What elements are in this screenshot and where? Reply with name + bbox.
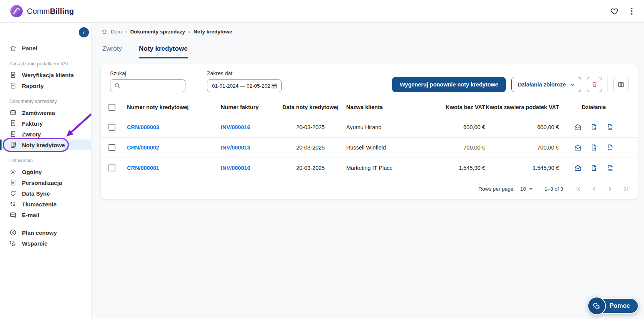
breadcrumb-separator: ›: [125, 29, 127, 35]
help-chat-icon: [587, 297, 606, 315]
client-name: Ayumu Hirano: [346, 124, 431, 130]
tab-zwroty[interactable]: Zwroty: [102, 45, 122, 58]
orders-tray-icon: [9, 109, 17, 116]
svg-text:XML: XML: [607, 168, 612, 171]
column-header-gross: Kwota zawiera podatek VAT: [485, 104, 559, 110]
next-page-button[interactable]: [606, 185, 614, 193]
calendar-icon: [271, 83, 277, 89]
date-range-group: Zakres dat 01-01-2024 — 02-05-202: [207, 70, 282, 92]
breadcrumb-item-dokumenty-sprzedazy[interactable]: Dokumenty sprzedaży: [130, 29, 185, 35]
credit-note-date: 20-03-2025: [275, 145, 346, 151]
help-button[interactable]: Pomoc: [587, 297, 639, 315]
invoice-link[interactable]: INV/000016: [221, 124, 250, 130]
bulk-actions-button[interactable]: Działania zbiorcze: [511, 77, 581, 92]
download-xml-icon[interactable]: XML: [606, 144, 614, 151]
last-page-button[interactable]: [622, 185, 629, 193]
rows-per-page-select[interactable]: 10: [520, 186, 533, 192]
send-email-icon[interactable]: [574, 164, 582, 172]
translate-icon: żA: [9, 200, 17, 208]
sidebar-item-email[interactable]: E-mail: [0, 209, 91, 220]
chat-bubbles-icon: [9, 239, 17, 247]
sidebar-item-label: Tłumaczenie: [22, 201, 57, 208]
column-settings-button[interactable]: [613, 77, 629, 92]
credit-note-date: 20-03-2025: [275, 124, 346, 130]
sidebar-item-zamowienia[interactable]: Zamówienia: [0, 107, 91, 118]
sidebar-item-wsparcie[interactable]: Wsparcie: [0, 238, 91, 249]
breadcrumb-item-dom[interactable]: Dom: [111, 29, 122, 35]
svg-text:€: €: [12, 231, 14, 234]
gear-icon: [9, 168, 17, 176]
search-field-group: Szukaj: [110, 70, 185, 92]
export-document-icon[interactable]: [590, 144, 598, 151]
brand-name: CommBilling: [27, 7, 74, 16]
delete-button[interactable]: [587, 77, 602, 92]
overflow-menu-icon[interactable]: [629, 6, 634, 16]
main-content: Dom › Dokumenty sprzedaży › Noty kredyto…: [92, 23, 644, 319]
export-document-icon[interactable]: [590, 123, 598, 131]
breadcrumb-home-icon[interactable]: [102, 29, 107, 35]
previous-page-button[interactable]: [591, 185, 598, 193]
svg-text:ż: ż: [10, 201, 12, 204]
sidebar-item-faktury[interactable]: € Faktury: [0, 118, 91, 129]
sidebar-group-title: Dokumenty sprzedaży: [0, 98, 91, 105]
row-checkbox[interactable]: [108, 144, 115, 151]
credit-note-date: 20-03-2025: [275, 165, 346, 171]
rows-per-page-label: Rows per page:: [479, 186, 515, 192]
euro-circle-icon: €: [9, 229, 17, 236]
send-email-icon[interactable]: [574, 123, 582, 131]
select-all-checkbox[interactable]: [108, 104, 115, 111]
credit-note-link[interactable]: CRN/000001: [127, 165, 159, 171]
sidebar-item-plan-cenowy[interactable]: € Plan cenowy: [0, 227, 91, 238]
sidebar-collapse-button[interactable]: ‹: [79, 27, 89, 37]
invoice-link[interactable]: INV/000013: [221, 145, 250, 151]
row-checkbox[interactable]: [108, 164, 115, 171]
download-xml-icon[interactable]: XML: [606, 123, 614, 131]
sidebar-item-ogolny[interactable]: Ogólny: [0, 166, 91, 177]
sidebar-item-personalizacja[interactable]: Personalizacja: [0, 177, 91, 188]
sidebar-item-label: Data Sync: [22, 190, 50, 197]
sidebar-item-label: Raporty: [22, 83, 44, 89]
caret-down-icon: [529, 188, 533, 190]
search-label: Szukaj: [110, 70, 185, 76]
sidebar: ‹ Panel Zarządzanie podatkiem VAT Weryfi…: [0, 23, 92, 319]
first-page-button[interactable]: [575, 185, 582, 193]
client-name: Marketing IT Place: [346, 165, 431, 171]
regenerate-credit-notes-button[interactable]: Wygeneruj ponownie noty kredytowe: [392, 77, 506, 92]
send-email-icon[interactable]: [574, 144, 582, 151]
sidebar-item-weryfikacja-klienta[interactable]: Weryfikacja klienta: [0, 70, 91, 80]
sidebar-item-label: E-mail: [22, 212, 39, 218]
column-header-net: Kwota bez VAT: [431, 104, 485, 110]
amount-gross: 600,00 €: [485, 124, 559, 130]
svg-text:XML: XML: [607, 128, 612, 130]
invoice-euro-icon: €: [9, 120, 17, 127]
envelope-gear-icon: [9, 211, 17, 219]
help-label: Pomoc: [610, 302, 630, 309]
credit-note-link[interactable]: CRN/000003: [127, 124, 159, 130]
filters-toolbar: Szukaj Zakres dat 01-01-2024 — 02-05-202: [101, 64, 638, 98]
top-bar: CommBilling: [0, 0, 644, 23]
sidebar-item-label: Zwroty: [22, 131, 41, 138]
sidebar-item-label: Weryfikacja klienta: [22, 72, 74, 78]
sidebar-item-data-sync[interactable]: Data Sync: [0, 188, 91, 199]
sidebar-item-label: Noty kredytowe: [22, 142, 65, 148]
search-icon: [114, 83, 120, 89]
svg-text:€: €: [12, 121, 14, 125]
tab-noty-kredytowe[interactable]: Noty kredytowe: [139, 45, 188, 58]
favorite-heart-icon[interactable]: [610, 7, 619, 15]
search-input[interactable]: [123, 83, 181, 89]
invoice-link[interactable]: INV/000010: [221, 165, 250, 171]
sidebar-item-panel[interactable]: Panel: [0, 43, 91, 53]
return-receipt-icon: [9, 130, 17, 138]
date-range-input[interactable]: 01-01-2024 — 02-05-202: [207, 79, 282, 92]
row-checkbox[interactable]: [108, 124, 115, 131]
amount-gross: 1.545,90 €: [485, 165, 559, 171]
download-xml-icon[interactable]: XML: [606, 164, 614, 172]
sidebar-item-noty-kredytowe[interactable]: Noty kredytowe: [0, 140, 91, 150]
export-document-icon[interactable]: [590, 164, 598, 172]
sidebar-item-tlumaczenie[interactable]: żA Tłumaczenie: [0, 199, 91, 209]
sidebar-item-zwroty[interactable]: Zwroty: [0, 129, 91, 140]
sidebar-item-raporty[interactable]: Raporty: [0, 80, 91, 91]
column-header-date: Data noty kredytowej: [275, 104, 346, 110]
amount-net: 600,00 €: [431, 124, 485, 130]
credit-note-link[interactable]: CRN/000002: [127, 145, 159, 151]
